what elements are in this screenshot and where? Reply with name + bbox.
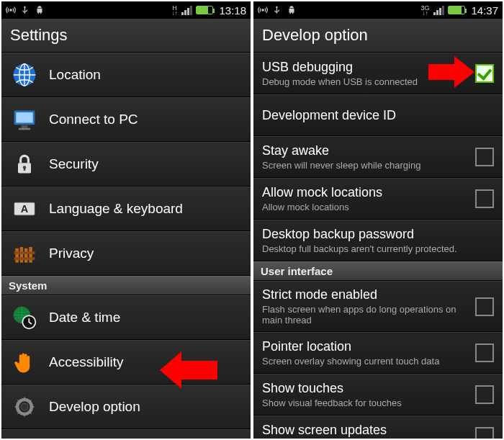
checkbox[interactable] <box>475 148 494 166</box>
row-mock-locations[interactable]: Allow mock locations Allow mock location… <box>253 178 503 220</box>
row-title: Allow mock locations <box>262 185 468 200</box>
settings-row-privacy[interactable]: Privacy <box>1 231 251 276</box>
battery-icon <box>196 6 213 14</box>
svg-rect-4 <box>16 112 32 122</box>
develop-list: USB debugging Debug mode when USB is con… <box>253 53 503 439</box>
signal-icon <box>181 5 193 15</box>
phone-right: 3G ↓↑ 14:37 Develop option USB debugging… <box>253 1 503 439</box>
gear-icon <box>10 392 39 421</box>
svg-rect-14 <box>24 248 28 263</box>
status-bar: H ↓↑ 13:18 <box>1 1 251 19</box>
keyboard-icon: A <box>10 194 39 223</box>
row-label: Privacy <box>49 246 94 261</box>
info-icon <box>10 437 39 439</box>
row-pointer-location[interactable]: Pointer location Screen overlay showing … <box>253 332 503 374</box>
status-bar: 3G ↓↑ 14:37 <box>253 1 503 19</box>
svg-point-0 <box>10 9 12 11</box>
row-sub: Show visual feedback for touches <box>262 398 468 408</box>
globe-clock-icon <box>10 303 39 332</box>
row-stay-awake[interactable]: Stay awake Screen will never sleep while… <box>253 136 503 178</box>
checkbox[interactable] <box>475 427 494 439</box>
row-sub: Flash screen when apps do long operation… <box>262 304 468 325</box>
row-show-updates[interactable]: Show screen updates Flash areas of scree… <box>253 416 503 439</box>
row-backup-password[interactable]: Desktop backup password Desktop full bac… <box>253 220 503 261</box>
row-show-touches[interactable]: Show touches Show visual feedback for to… <box>253 374 503 416</box>
hotspot-icon <box>258 5 268 15</box>
hotspot-icon <box>6 5 16 15</box>
row-title: Show screen updates <box>262 423 468 438</box>
phone-left: H ↓↑ 13:18 Settings Location Connect to … <box>1 1 251 439</box>
checkbox[interactable] <box>475 189 494 208</box>
row-dev-device-id[interactable]: Development device ID <box>253 94 503 136</box>
svg-rect-17 <box>14 257 35 260</box>
signal-icon <box>433 5 445 15</box>
settings-row-language[interactable]: A Language & keyboard <box>1 187 251 231</box>
section-header-system: System <box>1 276 251 295</box>
svg-rect-16 <box>14 251 35 254</box>
svg-rect-15 <box>29 247 32 263</box>
row-title: Show touches <box>262 381 468 396</box>
checkbox[interactable] <box>475 344 494 362</box>
checkbox[interactable] <box>475 385 494 404</box>
settings-row-datetime[interactable]: Date & time <box>1 295 251 340</box>
row-title: Development device ID <box>262 108 494 123</box>
row-label: Language & keyboard <box>49 201 183 217</box>
globe-icon <box>10 60 39 89</box>
row-title: Pointer location <box>262 339 468 354</box>
clock: 14:37 <box>471 4 498 17</box>
svg-rect-9 <box>24 168 25 171</box>
row-sub: Screen will never sleep while charging <box>262 160 468 171</box>
lock-icon <box>10 150 39 179</box>
svg-rect-6 <box>19 128 30 130</box>
row-label: Date & time <box>49 310 120 325</box>
svg-rect-5 <box>22 125 28 128</box>
svg-rect-12 <box>15 248 19 263</box>
page-title: Develop option <box>253 19 503 53</box>
hand-icon <box>10 348 39 377</box>
row-sub: Allow mock locations <box>262 202 468 212</box>
row-sub: Screen overlay showing current touch dat… <box>262 356 468 367</box>
settings-row-about[interactable]: About phone <box>1 429 251 439</box>
section-header-ui: User interface <box>253 261 503 281</box>
row-label: Location <box>49 67 101 83</box>
svg-point-27 <box>262 9 264 11</box>
row-strict-mode[interactable]: Strict mode enabled Flash screen when ap… <box>253 281 503 332</box>
clock: 13:18 <box>219 4 246 17</box>
network-type: H ↓↑ <box>171 5 177 16</box>
android-icon <box>35 5 45 15</box>
row-label: Develop option <box>49 399 140 415</box>
settings-row-security[interactable]: Security <box>1 142 251 187</box>
android-icon <box>287 5 297 15</box>
network-type: 3G ↓↑ <box>420 5 429 16</box>
row-title: Strict mode enabled <box>262 287 468 302</box>
annotation-arrow-left <box>160 351 217 389</box>
page-title: Settings <box>1 19 251 53</box>
fence-icon <box>10 239 39 268</box>
usb-icon <box>272 5 282 15</box>
svg-point-22 <box>22 404 28 410</box>
checkbox[interactable] <box>475 297 494 316</box>
svg-text:A: A <box>21 203 29 215</box>
row-title: Desktop backup password <box>262 227 494 242</box>
settings-row-location[interactable]: Location <box>1 53 251 97</box>
row-sub: Desktop full backups aren't currently pr… <box>262 243 494 254</box>
monitor-icon <box>10 105 39 134</box>
battery-icon <box>448 6 465 14</box>
usb-icon <box>20 5 30 15</box>
checkbox[interactable] <box>475 64 494 83</box>
settings-row-develop[interactable]: Develop option <box>1 385 251 429</box>
row-title: Stay awake <box>262 143 468 158</box>
annotation-arrow-right <box>428 56 474 88</box>
row-label: Security <box>49 156 99 172</box>
svg-rect-13 <box>20 247 24 263</box>
row-label: Connect to PC <box>49 112 138 127</box>
row-label: Accessibility <box>49 354 123 370</box>
settings-row-connect-pc[interactable]: Connect to PC <box>1 97 251 142</box>
